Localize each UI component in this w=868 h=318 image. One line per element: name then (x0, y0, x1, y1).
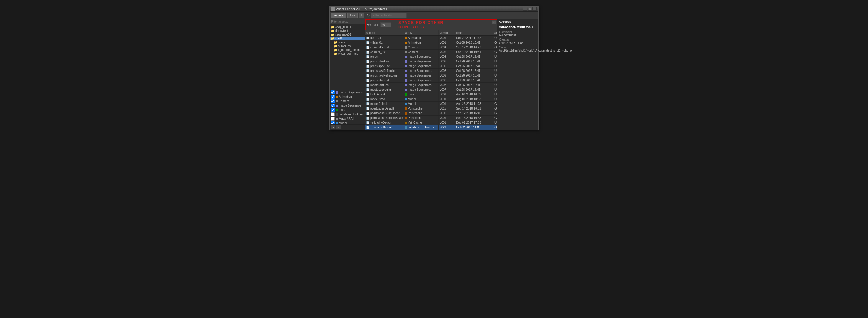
type-filter-model[interactable]: Model (330, 121, 365, 124)
tree-item-suikertest[interactable]: 📁suikerTest (330, 44, 365, 48)
type-color-dot (336, 105, 338, 107)
table-row[interactable]: 📄vdbcacheDefaultcolorbleed.vdbcachev021O… (365, 125, 497, 130)
table-row[interactable]: 📄props.shadowImage Sequencesv008Oct 26 2… (365, 59, 497, 64)
tree-item-shot1[interactable]: 📁shot1 (330, 36, 365, 40)
folder-icon: 📁 (331, 29, 334, 32)
cell-version: v001 (439, 36, 455, 40)
type-filter-image-sequence[interactable]: Image Sequence (330, 103, 365, 108)
type-filter-checkbox[interactable] (331, 112, 335, 116)
file-icon: 📄 (366, 107, 369, 110)
type-filter-animation[interactable]: Animation (330, 95, 365, 99)
type-filter-maya-ascii[interactable]: Maya ASCII (330, 116, 365, 121)
cell-subset: 📄yeticacheDefault (365, 120, 403, 125)
refresh-button[interactable]: ↻ (367, 13, 370, 17)
tab-film[interactable]: film (347, 13, 358, 18)
file-icon: 📄 (366, 55, 369, 58)
type-filter-checkbox[interactable] (331, 108, 335, 112)
table-body: 📄hero_01_Animationv001Dec 20 2017 11:32U… (365, 36, 497, 130)
type-filter-checkbox[interactable] (331, 91, 335, 94)
table-row[interactable]: 📄props.specularImage Sequencesv009Oct 26… (365, 64, 497, 69)
cell-author: Guest4 (493, 50, 497, 54)
table-row[interactable]: 📄props.rawRefractionImage Sequencesv009O… (365, 73, 497, 78)
type-filter-checkbox[interactable] (331, 99, 335, 103)
table-row[interactable]: 📄yeticacheDefaultYeti Cachev001Dec 01 20… (365, 120, 497, 125)
cell-family: Pointcache (403, 116, 439, 120)
cell-subset: 📄props (365, 55, 403, 59)
title-bar: Asset Loader 2.1 - P:/Projects/test1 _ □… (330, 6, 538, 12)
add-tab-button[interactable]: + (359, 13, 364, 18)
type-filter-checkbox[interactable] (331, 121, 335, 124)
type-filter-camera[interactable]: Camera (330, 99, 365, 103)
cell-subset: 📄pointcacheCubeOcean (365, 111, 403, 115)
cell-version: v001 (439, 120, 455, 125)
cell-time: Dec 20 2017 11:32 (455, 36, 493, 40)
filter-subsets-input[interactable] (371, 13, 407, 18)
toolbar: assets film + ↻ (330, 12, 538, 19)
table-row[interactable]: 📄hero_01_Animationv001Dec 20 2017 11:32U… (365, 36, 497, 40)
cell-subset: 📄vdbcacheDefault (365, 125, 403, 130)
table-row[interactable]: 📄cameraDefaultCamerav004Sep 17 2018 16:4… (365, 45, 497, 50)
minimize-button[interactable]: _ (523, 7, 527, 11)
table-row[interactable]: 📄villain_01_Animationv001Oct 08 2018 16:… (365, 40, 497, 45)
table-row[interactable]: 📄pointcacheRandomScalePointcachev001Sep … (365, 116, 497, 120)
tree-item-k-mobile-domino[interactable]: 📁k_mobile_domino (330, 48, 365, 52)
cell-time: Oct 26 2017 16:41 (455, 55, 493, 59)
scroll-up-button[interactable]: ▲ (492, 20, 496, 25)
table-row[interactable]: 📄lookDefaultLookv001Aug 01 2018 10:33Use… (365, 92, 497, 97)
table-row[interactable]: 📄modelBboxModelv001Aug 01 2018 10:33User… (365, 97, 497, 102)
table-row[interactable]: 📄props.rawReflectionImage Sequencesv008O… (365, 69, 497, 73)
family-color-dot (404, 60, 407, 63)
tree-item-sequence01[interactable]: 📁sequence01 (330, 33, 365, 36)
family-color-dot (404, 103, 407, 105)
tree-item-shot2[interactable]: 📁shot2 (330, 40, 365, 44)
type-filter-colorbleed-lookdev[interactable]: colorbleed.lookdev (330, 112, 365, 116)
type-filters: Image Sequences Animation Camera Image S… (330, 89, 365, 124)
cell-family: Camera (403, 50, 439, 54)
table-row[interactable]: 📄camera_001Camerav003Sep 19 2018 10:44Gu… (365, 50, 497, 55)
expand-button[interactable]: ► (336, 125, 341, 129)
cell-time: Oct 26 2017 16:41 (455, 78, 493, 82)
tree-item-coop-film01[interactable]: 📁coop_film01 (330, 25, 365, 29)
cell-time: Aug 01 2018 10:33 (455, 97, 493, 101)
center-panel: Amount SPACE FOR OTHER CONTROLS ▲ subset… (365, 19, 497, 130)
cell-version: v008 (439, 69, 455, 73)
table-row[interactable]: 📄master.specularImage Sequencesv007Oct 2… (365, 87, 497, 92)
cell-time: Oct 26 2017 16:41 (455, 59, 493, 64)
type-filter-look[interactable]: Look (330, 108, 365, 112)
file-icon: 📄 (366, 83, 369, 86)
cell-version: v003 (439, 50, 455, 54)
table-row[interactable]: 📄propsImage Sequencesv008Oct 26 2017 16:… (365, 55, 497, 59)
cell-subset: 📄modelBbox (365, 97, 403, 101)
collapse-button[interactable]: ◄ (331, 125, 336, 129)
table-row[interactable]: 📄pointcacheCubeOceanPointcachev002Sep 12… (365, 111, 497, 116)
type-filter-checkbox[interactable] (331, 117, 335, 121)
family-color-dot (404, 117, 407, 119)
type-filter-checkbox[interactable] (331, 95, 335, 99)
file-icon: 📄 (366, 79, 369, 82)
filter-assets-input[interactable] (330, 19, 365, 25)
tab-assets[interactable]: assets (332, 13, 346, 18)
panel-footer: ◄ ► (330, 124, 365, 130)
cell-time: Sep 19 2018 10:44 (455, 50, 493, 54)
file-icon: 📄 (366, 98, 369, 101)
table-row[interactable]: 📄props.objectIdImage Sequencesv008Oct 26… (365, 78, 497, 83)
window-title: Asset Loader 2.1 - P:/Projects/test1 (336, 7, 387, 11)
cell-subset: 📄pointcacheDefault (365, 106, 403, 111)
cell-subset: 📄props.specular (365, 64, 403, 68)
created-value: Oct 02 2018 11:06 (499, 41, 536, 44)
cell-version: v008 (439, 55, 455, 59)
type-filter-checkbox[interactable] (331, 104, 335, 107)
table-row[interactable]: 📄modelDefaultModelv001Aug 23 2018 11:23G… (365, 102, 497, 106)
cell-family: Pointcache (403, 106, 439, 111)
cell-family: colorbleed.vdbcache (403, 125, 439, 130)
cell-time: Aug 01 2018 10:33 (455, 92, 493, 97)
tree-item-victor-veermus[interactable]: 📁victor_veermus (330, 52, 365, 56)
maximize-button[interactable]: □ (528, 7, 532, 11)
table-row[interactable]: 📄pointcacheDefaultPointcachev015Sep 14 2… (365, 106, 497, 111)
type-filter-image-sequences[interactable]: Image Sequences (330, 90, 365, 95)
close-button[interactable]: × (532, 7, 536, 11)
table-row[interactable]: 📄master.diffuseImage Sequencesv007Oct 26… (365, 83, 497, 87)
tree-item-dannytest[interactable]: 📁dannytest (330, 29, 365, 33)
amount-input[interactable] (380, 22, 391, 27)
family-color-dot (404, 56, 407, 58)
